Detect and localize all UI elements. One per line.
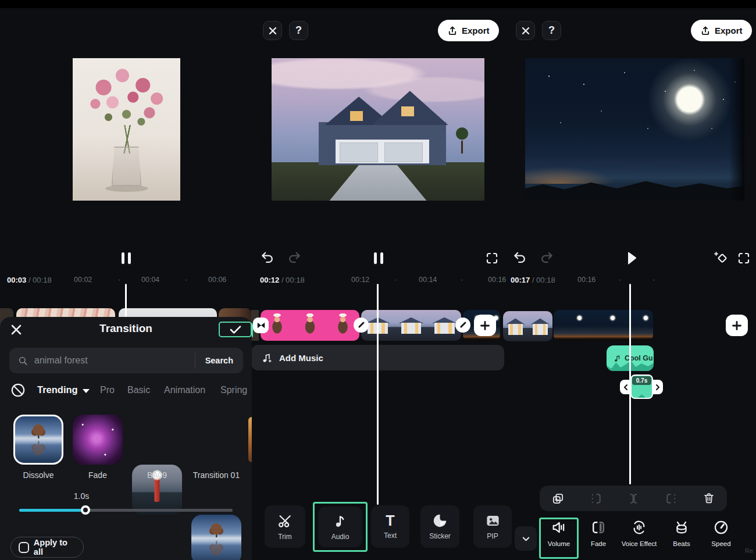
tool-label: PIP [487, 532, 498, 540]
playhead[interactable] [629, 284, 631, 484]
clip-frame [554, 310, 587, 341]
redo-button[interactable] [287, 251, 302, 266]
clip-context-toolbar [540, 486, 727, 511]
play-button[interactable] [625, 251, 639, 266]
category-spring[interactable]: Spring [220, 385, 247, 395]
help-icon: ? [295, 24, 302, 37]
pause-button[interactable] [120, 251, 133, 265]
duration-value: 1.0s [64, 491, 99, 501]
fade-icon [590, 519, 607, 536]
close-button[interactable] [516, 21, 535, 40]
undo-button[interactable] [260, 251, 275, 266]
tool-fade[interactable]: Fade [580, 519, 617, 547]
help-icon: ? [548, 24, 555, 37]
preset-art [208, 541, 225, 556]
add-keyframe-button[interactable] [714, 251, 729, 265]
transition-none-marker[interactable] [455, 318, 470, 333]
trim-right-button[interactable] [664, 492, 679, 505]
trim-right-icon [664, 492, 679, 505]
stars [548, 76, 550, 77]
fullscreen-button[interactable] [737, 252, 750, 265]
time-display: 00:12 / 00:18 [260, 276, 305, 284]
trim-left-button[interactable] [589, 492, 603, 505]
music-note-icon [613, 354, 622, 363]
help-button[interactable]: ? [289, 21, 308, 40]
preset-fade[interactable] [73, 415, 123, 465]
tool-audio[interactable]: Audio [318, 507, 362, 547]
no-transition-button[interactable] [10, 383, 26, 398]
clip-frame [294, 310, 327, 341]
apply-to-all-button[interactable]: Apply to all [10, 537, 84, 558]
caret-down-icon [83, 389, 90, 393]
close-button[interactable] [263, 21, 282, 40]
category-trending[interactable]: Trending [37, 384, 90, 395]
text-icon: T [386, 513, 394, 528]
trim-left-icon [589, 492, 603, 505]
confirm-button[interactable] [219, 322, 252, 337]
split-button[interactable] [626, 492, 641, 505]
redo-button[interactable] [539, 251, 554, 266]
fullscreen-button[interactable] [486, 252, 498, 265]
bowtie-icon [256, 321, 266, 330]
preset-partial[interactable] [248, 417, 252, 462]
add-clip-button[interactable] [726, 315, 748, 336]
fullscreen-icon [737, 252, 750, 265]
tool-speed[interactable]: Speed [702, 519, 740, 547]
duration-slider-fill [19, 509, 85, 512]
checkbox[interactable] [19, 542, 29, 553]
duplicate-button[interactable] [551, 492, 565, 505]
undo-button[interactable] [512, 251, 527, 266]
duration-slider-thumb[interactable] [81, 505, 90, 515]
tool-voice-effect[interactable]: Voice Effect [621, 519, 658, 547]
watermark-partial: Re [745, 547, 753, 554]
transition-applied-marker[interactable] [253, 318, 269, 333]
pause-button[interactable] [372, 251, 386, 265]
search-input[interactable] [34, 355, 195, 366]
timeline-clip-girl[interactable] [261, 310, 359, 341]
preset-dissolve[interactable] [13, 415, 63, 465]
category-basic[interactable]: Basic [127, 385, 150, 395]
time-display: 00:03 / 00:18 [7, 276, 52, 284]
preset-transition-01[interactable] [191, 515, 241, 560]
delete-button[interactable] [702, 492, 715, 505]
tool-trim[interactable]: Trim [265, 505, 305, 548]
tool-label: Text [384, 532, 397, 540]
time-current: 00:17 [511, 276, 530, 284]
transition-none-marker[interactable] [354, 318, 369, 333]
duplicate-icon [551, 492, 565, 505]
category-pro[interactable]: Pro [100, 385, 115, 395]
clip-frame [528, 311, 553, 341]
help-button[interactable]: ? [542, 21, 561, 40]
search-button[interactable]: Search [195, 356, 243, 365]
time-total: / 00:18 [532, 276, 555, 284]
tool-text[interactable]: T Text [371, 505, 409, 548]
apply-to-all-label: Apply to all [34, 538, 76, 557]
tool-beats[interactable]: Beats [663, 519, 700, 547]
tool-sticker[interactable]: Sticker [420, 505, 459, 548]
timeline-clip-house[interactable] [503, 311, 552, 341]
search-icon [17, 355, 28, 366]
ruler-dot: · [619, 276, 621, 284]
playhead[interactable] [125, 284, 127, 317]
tool-volume[interactable]: Volume [540, 519, 577, 547]
transition-panel: Transition Search Trending Pro Basic Ani… [0, 317, 252, 560]
video-editor-app: ? Export ? Export [0, 0, 756, 560]
export-button[interactable]: Export [438, 20, 499, 41]
trim-handle-right[interactable] [652, 380, 663, 394]
tool-pip[interactable]: PIP [473, 505, 512, 548]
export-label: Export [715, 26, 743, 35]
export-button[interactable]: Export [691, 20, 752, 41]
preset-art [208, 523, 225, 538]
category-animation[interactable]: Animation [164, 385, 205, 395]
timeline-clip-house[interactable] [361, 310, 461, 341]
window-warm [401, 106, 414, 116]
timeline-clip-night[interactable] [554, 310, 653, 341]
duration-slider-track[interactable] [19, 509, 233, 512]
ruler-label: 00:04 [141, 276, 159, 284]
add-clip-button[interactable] [474, 315, 496, 336]
volume-icon [550, 519, 568, 536]
collapse-button[interactable] [515, 526, 537, 551]
playhead[interactable] [377, 284, 379, 505]
tool-label: Speed [711, 540, 730, 547]
preset-label: BA09 [132, 470, 182, 480]
